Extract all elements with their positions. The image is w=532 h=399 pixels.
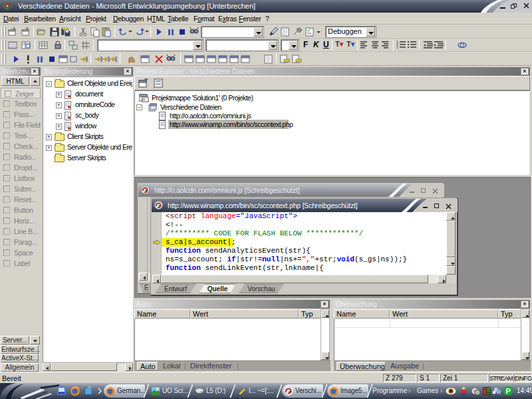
svg-text:3: 3 bbox=[396, 45, 398, 49]
svg-text:P: P bbox=[506, 387, 511, 395]
